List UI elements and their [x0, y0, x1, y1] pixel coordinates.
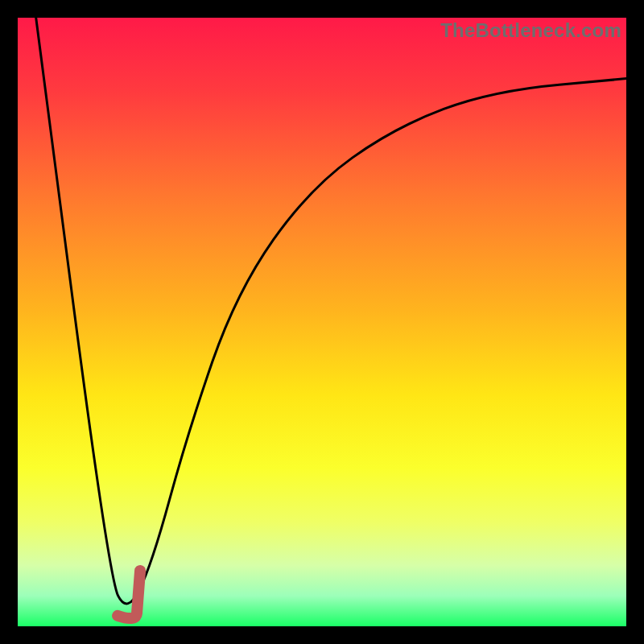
- chart-plot-area: TheBottleneck.com: [18, 18, 626, 626]
- chart-frame: TheBottleneck.com: [0, 0, 644, 644]
- plot-background: [18, 18, 626, 626]
- chart-svg: [18, 18, 626, 626]
- watermark-label: TheBottleneck.com: [440, 19, 621, 42]
